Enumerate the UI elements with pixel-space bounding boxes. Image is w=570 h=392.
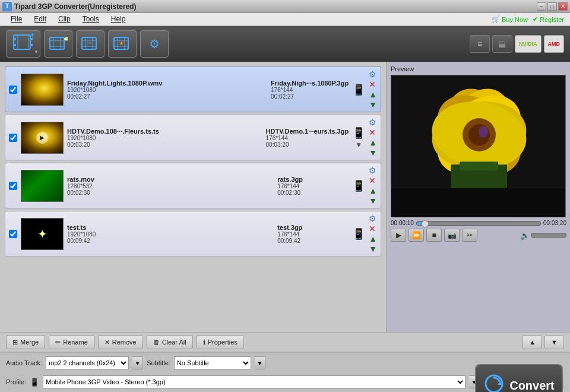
file-up-btn-1[interactable]: ▲ xyxy=(369,90,377,99)
output-dur-3: 00:02:30 xyxy=(277,189,349,196)
phone-icon-2[interactable]: 📱 xyxy=(352,127,365,140)
maximize-button[interactable]: □ xyxy=(547,2,557,11)
remove-button[interactable]: ✕ Remove xyxy=(98,335,143,349)
file-down-btn-2[interactable]: ▼ xyxy=(369,148,377,157)
forward-button[interactable]: ⏩ xyxy=(408,229,424,242)
current-time: 00:00:10 xyxy=(391,220,414,226)
format-dropdown-2[interactable]: ▼ xyxy=(355,141,362,149)
buy-now-button[interactable]: 🛒 Buy Now xyxy=(492,15,528,23)
output-dims-3: 176*144 xyxy=(277,183,349,189)
menu-help[interactable]: Help xyxy=(105,14,132,24)
profile-select[interactable]: Mobile Phone 3GP Video - Stereo (*.3gp) xyxy=(43,375,466,388)
audio-dropdown-btn[interactable]: ▼ xyxy=(132,356,143,369)
preview-video xyxy=(391,75,566,217)
clip-button[interactable]: ✂ xyxy=(76,30,104,58)
svg-rect-4 xyxy=(30,44,33,46)
svg-rect-27 xyxy=(391,188,566,217)
list-view-button[interactable]: ≡ xyxy=(470,35,490,53)
close-button[interactable]: ✕ xyxy=(558,2,568,11)
file-up-btn-3[interactable]: ▲ xyxy=(369,186,377,195)
phone-icon-1[interactable]: 📱 xyxy=(352,83,365,96)
file-settings-btn-4[interactable]: ⚙ xyxy=(369,214,377,223)
add-video-button[interactable]: + ▼ xyxy=(6,30,40,58)
subtitle-dropdown-btn[interactable]: ▼ xyxy=(255,356,265,369)
source-name-4: test.ts xyxy=(67,224,274,231)
file-up-btn-2[interactable]: ▲ xyxy=(369,138,377,147)
move-down-button[interactable]: ▼ xyxy=(544,335,564,349)
file-up-btn-4[interactable]: ▲ xyxy=(369,234,377,244)
source-dims-2: 1920*1080 xyxy=(67,135,262,141)
cart-icon: 🛒 xyxy=(492,15,500,23)
file-settings-btn-3[interactable]: ⚙ xyxy=(369,166,377,175)
move-up-button[interactable]: ▲ xyxy=(522,335,542,349)
output-dur-1: 00:02:27 xyxy=(271,93,349,100)
output-info-3: rats.3gp 176*144 00:02:30 xyxy=(277,176,349,196)
volume-icon: 🔊 xyxy=(520,231,530,240)
top-toolbar: + ▼ ✏ ✂ ★ xyxy=(0,26,570,62)
grid-view-button[interactable]: ▤ xyxy=(492,35,512,53)
play-overlay-2: ▶ xyxy=(36,132,48,144)
clip-preview-button[interactable]: ✂ xyxy=(462,229,477,242)
file-down-btn-3[interactable]: ▼ xyxy=(369,196,377,206)
subtitle-select[interactable]: No Subtitle xyxy=(174,356,251,369)
merge-button[interactable]: ⊞ Merge xyxy=(6,335,45,349)
amd-logo: AMD xyxy=(544,35,565,53)
file-settings-btn-1[interactable]: ⚙ xyxy=(369,69,377,79)
stop-button[interactable]: ■ xyxy=(426,229,442,242)
file-down-btn-1[interactable]: ▼ xyxy=(369,100,377,109)
register-button[interactable]: ✔ Register xyxy=(533,15,564,23)
settings-toolbar-button[interactable]: ⚙ xyxy=(140,30,169,58)
output-name-1: Friday.Nigh···s.1080P.3gp xyxy=(271,80,349,87)
convert-area: Convert xyxy=(475,364,564,392)
total-time: 00:03:20 xyxy=(543,220,566,226)
edit-button[interactable]: ✏ xyxy=(44,30,72,58)
menu-clip[interactable]: Clip xyxy=(52,14,77,24)
file-delete-btn-4[interactable]: ✕ xyxy=(369,224,377,233)
add-video-dropdown-arrow[interactable]: ▼ xyxy=(34,49,39,55)
file-delete-btn-1[interactable]: ✕ xyxy=(369,80,377,89)
file-checkbox-1[interactable] xyxy=(9,86,17,94)
menu-edit[interactable]: Edit xyxy=(28,14,52,24)
svg-rect-0 xyxy=(14,35,30,49)
volume-slider[interactable] xyxy=(531,233,566,238)
file-settings-btn-2[interactable]: ⚙ xyxy=(369,118,377,127)
window-title: Tipard 3GP Converter(Unregistered) xyxy=(14,2,537,11)
file-info-1: Friday.Night.Lights.1080P.wmv 1920*1080 … xyxy=(67,80,267,100)
file-side-btns-1: ⚙ ✕ ▲ ▼ xyxy=(369,69,377,109)
output-info-4: test.3gp 176*144 00:09:42 xyxy=(277,224,349,244)
convert-label: Convert xyxy=(509,379,555,393)
play-button[interactable]: ▶ xyxy=(391,229,406,242)
svg-rect-38 xyxy=(460,162,498,170)
phone-icon-4[interactable]: 📱 xyxy=(352,227,365,241)
file-down-btn-4[interactable]: ▼ xyxy=(369,244,377,254)
enhance-button[interactable]: ★ xyxy=(108,30,137,58)
menu-tools[interactable]: Tools xyxy=(77,14,105,24)
properties-button[interactable]: ℹ Properties xyxy=(197,335,244,349)
audio-track-select[interactable]: mp2 2 channels (0x24) xyxy=(46,356,129,369)
phone-icon-3[interactable]: 📱 xyxy=(352,179,365,192)
output-dims-2: 176*144 xyxy=(266,135,349,141)
svg-text:✂: ✂ xyxy=(87,40,91,46)
menu-file[interactable]: File xyxy=(5,14,28,24)
file-checkbox-3[interactable] xyxy=(9,182,17,190)
audio-track-label: Audio Track: xyxy=(6,359,42,366)
snapshot-button[interactable]: 📷 xyxy=(444,229,460,242)
svg-rect-1 xyxy=(14,38,16,40)
clear-all-button[interactable]: 🗑 Clear All xyxy=(147,335,193,349)
svg-rect-8 xyxy=(50,37,64,49)
file-checkbox-2[interactable] xyxy=(9,134,17,142)
file-delete-btn-3[interactable]: ✕ xyxy=(369,176,377,185)
rename-button[interactable]: ✏ Rename xyxy=(49,335,94,349)
preview-label: Preview xyxy=(391,65,566,72)
file-info-3: rats.mov 1280*532 00:02:30 xyxy=(67,176,274,196)
preview-progress-bar[interactable] xyxy=(416,221,541,226)
file-row: ✦ test.ts 1920*1080 00:09:42 test.3gp 17… xyxy=(5,211,381,257)
file-checkbox-4[interactable] xyxy=(9,230,17,238)
file-delete-btn-2[interactable]: ✕ xyxy=(369,128,377,137)
convert-button[interactable]: Convert xyxy=(475,364,563,392)
minimize-button[interactable]: − xyxy=(537,2,546,11)
file-list: Friday.Night.Lights.1080P.wmv 1920*1080 … xyxy=(0,62,386,332)
gear-icon: ⚙ xyxy=(149,37,160,51)
preview-controls: ▶ ⏩ ■ 📷 ✂ 🔊 xyxy=(391,229,566,242)
film-add-icon: + xyxy=(12,33,34,55)
